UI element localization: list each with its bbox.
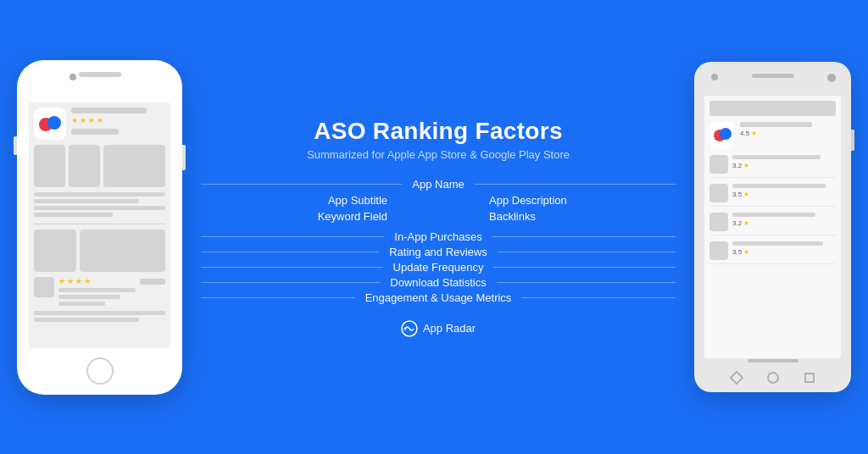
iphone: ★ ★ ★ ★ xyxy=(17,60,182,395)
rating-reviews-row: Rating and Reviews xyxy=(191,246,686,258)
app-info: ★ ★ ★ ★ xyxy=(71,108,165,135)
review-icon xyxy=(34,277,54,297)
android-power-button xyxy=(851,130,854,151)
android-dot-left xyxy=(711,74,718,80)
review-stars: ★ ★ ★ ★ xyxy=(58,277,136,285)
download-stats-label: Download Statistics xyxy=(390,276,486,289)
android-list-item-3: 3.2★ xyxy=(709,209,836,235)
divider xyxy=(34,224,165,224)
android-list-item-2: 3.5★ xyxy=(709,180,836,207)
android-back-btn xyxy=(729,371,743,385)
android: 4.5 ★ 3.2★ xyxy=(694,62,851,392)
in-app-purchases-row: In-App Purchases xyxy=(191,230,686,243)
left-phone-container: ★ ★ ★ ★ xyxy=(0,60,182,395)
android-app-row: 4.5 ★ xyxy=(709,122,836,147)
app-radar-text: App Radar xyxy=(423,322,476,335)
get-button xyxy=(140,279,165,285)
block-3 xyxy=(103,145,166,187)
app-icon-left xyxy=(34,108,66,140)
update-frequency-row: Update Frequency xyxy=(191,261,686,274)
android-speaker xyxy=(752,74,794,78)
app-name-row: App Name xyxy=(191,178,686,191)
android-app-info: 4.5 ★ xyxy=(740,122,836,137)
block-2 xyxy=(69,145,100,187)
content-blocks xyxy=(34,145,165,187)
android-list-item-4: 3.5★ xyxy=(709,238,836,264)
block-1 xyxy=(34,145,65,187)
subtitle: Summarized for Apple App Store & Google … xyxy=(307,148,570,161)
desc-lines-2 xyxy=(34,311,165,322)
android-app-icon xyxy=(709,122,735,147)
app-btn-bar xyxy=(71,129,119,135)
app-radar-logo: App Radar xyxy=(401,320,476,337)
engagement-row: Engagement & Usage Metrics xyxy=(191,291,686,304)
review-item: ★ ★ ★ ★ xyxy=(34,277,165,306)
android-camera xyxy=(827,74,836,82)
android-recent-btn xyxy=(804,373,815,383)
center-content: ASO Ranking Factors Summarized for Apple… xyxy=(182,118,694,337)
app-stars: ★ ★ ★ ★ xyxy=(71,116,165,125)
android-screen: 4.5 ★ 3.2★ xyxy=(704,96,841,358)
right-phone-container: 4.5 ★ 3.2★ xyxy=(694,62,868,392)
android-home-btn xyxy=(767,372,779,384)
volume-button xyxy=(14,136,17,155)
subtitle-description-row: App Subtitle App Description xyxy=(191,194,686,207)
android-header-bar xyxy=(709,101,836,116)
keyword-backlinks-row: Keyword Field Backlinks xyxy=(191,210,686,223)
android-list-item-1: 3.2★ xyxy=(709,152,836,178)
svg-point-5 xyxy=(720,128,732,140)
app-description-label: App Description xyxy=(438,194,677,207)
block-5 xyxy=(80,230,165,272)
download-stats-row: Download Statistics xyxy=(191,276,686,289)
app-header: ★ ★ ★ ★ xyxy=(34,108,165,140)
svg-point-1 xyxy=(47,116,61,130)
update-frequency-label: Update Frequency xyxy=(393,261,484,274)
block-4 xyxy=(34,230,76,272)
iphone-screen: ★ ★ ★ ★ xyxy=(29,102,170,348)
keyword-field-label: Keyword Field xyxy=(199,210,438,223)
camera-dot xyxy=(70,74,76,80)
android-nav xyxy=(694,372,851,384)
in-app-purchases-label: In-App Purchases xyxy=(394,230,481,243)
app-name-bar xyxy=(71,108,147,114)
app-name-label: App Name xyxy=(412,178,464,191)
svg-point-3 xyxy=(403,327,406,329)
desc-lines xyxy=(34,192,165,217)
rating-reviews-label: Rating and Reviews xyxy=(389,246,487,258)
app-subtitle-label: App Subtitle xyxy=(199,194,438,207)
main-container: ★ ★ ★ ★ xyxy=(0,0,868,454)
review-text: ★ ★ ★ ★ xyxy=(58,277,136,306)
android-bottom-speaker xyxy=(748,359,798,363)
backlinks-label: Backlinks xyxy=(438,210,677,223)
engagement-label: Engagement & Usage Metrics xyxy=(365,291,512,304)
home-button xyxy=(86,357,114,385)
android-top-rating: 4.5 ★ xyxy=(740,130,836,137)
center-factors: In-App Purchases Rating and Reviews Upda… xyxy=(191,230,686,305)
content-blocks-2 xyxy=(34,230,165,272)
main-title: ASO Ranking Factors xyxy=(314,118,563,145)
